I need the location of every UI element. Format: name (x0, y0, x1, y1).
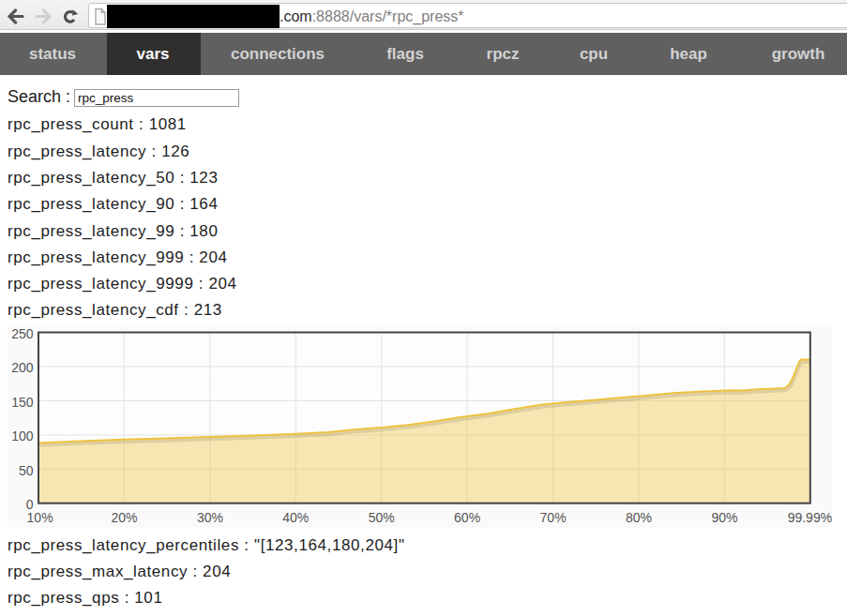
svg-text:150: 150 (11, 395, 34, 410)
svg-text:99.99%: 99.99% (788, 510, 832, 525)
svg-text:10%: 10% (27, 510, 53, 525)
svg-text:250: 250 (11, 326, 34, 341)
svg-text:50: 50 (19, 463, 34, 478)
svg-text:200: 200 (11, 360, 34, 375)
svg-text:80%: 80% (626, 510, 652, 525)
svg-text:90%: 90% (711, 510, 737, 525)
svg-text:30%: 30% (197, 510, 223, 525)
svg-text:50%: 50% (369, 510, 395, 525)
svg-text:20%: 20% (111, 510, 137, 525)
svg-text:60%: 60% (454, 510, 480, 525)
svg-text:40%: 40% (282, 510, 309, 525)
svg-text:100: 100 (11, 428, 34, 443)
svg-text:70%: 70% (540, 510, 567, 525)
